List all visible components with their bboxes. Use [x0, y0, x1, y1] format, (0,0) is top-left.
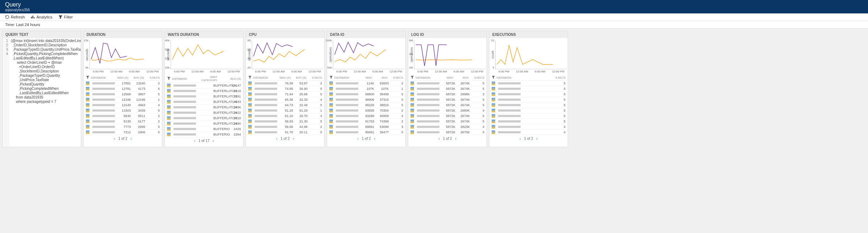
table-row[interactable]: 1150334395 [84, 108, 162, 113]
column-header[interactable]: MAX [358, 76, 372, 79]
table-row[interactable]: 56.8321.305 [246, 119, 324, 124]
column-header[interactable]: DATABASE [416, 76, 437, 79]
table-row[interactable]: 107K107K1 [327, 86, 405, 92]
table-row[interactable]: BUFFERLATCH7291 [165, 94, 243, 99]
table-row[interactable]: 17881132402 [84, 81, 162, 86]
refresh-button[interactable]: Refresh [5, 15, 25, 19]
column-filter-icon[interactable] [329, 75, 333, 80]
column-filter-icon[interactable] [410, 75, 414, 80]
table-row[interactable]: 5872K2980K4 [408, 108, 487, 113]
time-range[interactable]: Time: Last 24 hours [0, 21, 868, 29]
column-header[interactable]: MAX (S) [114, 76, 128, 79]
table-row[interactable]: 12196121961 [84, 97, 162, 103]
table-row[interactable]: 61.1028.704 [246, 113, 324, 119]
column-header[interactable]: AVG [373, 76, 387, 79]
column-header[interactable]: AVG (S) [219, 77, 241, 80]
table-row[interactable]: 1256838075 [84, 92, 162, 97]
table-row[interactable]: 93288458084 [327, 113, 405, 119]
table-row[interactable]: BUFFERIO2394 [165, 132, 243, 137]
column-header[interactable]: DATABASE [334, 76, 356, 79]
pager-prev[interactable]: ‹ [355, 137, 360, 141]
column-header[interactable]: MAX (S) [276, 76, 291, 79]
table-row[interactable]: BUFFERLATCH9218 [165, 88, 243, 94]
column-filter-icon[interactable] [492, 75, 495, 80]
table-row[interactable]: 4 [489, 124, 568, 130]
table-row[interactable]: 91793743982 [327, 119, 405, 124]
table-row[interactable]: 5872K2823K4 [408, 124, 487, 130]
column-filter-icon[interactable] [167, 76, 171, 81]
table-row[interactable]: 93595703042 [327, 108, 405, 113]
pager-prev[interactable]: ‹ [112, 137, 117, 141]
table-row[interactable]: 74.8526.905 [246, 86, 324, 92]
table-row[interactable]: 5872K2998K3 [408, 92, 487, 97]
table-row[interactable]: 5872K2675K5 [408, 130, 487, 135]
table-row[interactable]: 56.6644.962 [246, 124, 324, 130]
pager-prev[interactable]: ‹ [192, 139, 197, 143]
column-header[interactable]: AVG (S) [292, 76, 306, 79]
pager-next[interactable]: › [210, 139, 216, 143]
table-row[interactable]: 4 [489, 130, 568, 135]
table-row[interactable]: 76.5853.872 [246, 81, 324, 86]
column-header[interactable]: DATABASE [91, 76, 113, 79]
column-header[interactable]: DATABASE [253, 76, 275, 79]
chart-area[interactable]: 15k5k [89, 40, 160, 69]
table-row[interactable]: 51.7020.115 [246, 130, 324, 135]
pager-next[interactable]: › [453, 137, 458, 141]
table-row[interactable]: 5 [489, 97, 568, 103]
table-row[interactable]: 114K836532 [327, 81, 405, 86]
column-filter-icon[interactable] [86, 75, 89, 80]
column-header[interactable]: WAIT CATEGORY [195, 75, 217, 82]
table-row[interactable]: BUFFERLATCH2480 [165, 121, 243, 126]
column-header[interactable]: MAX [439, 76, 453, 79]
table-row[interactable]: 61.2961.291 [246, 108, 324, 113]
column-header[interactable]: AVG [454, 76, 468, 79]
table-row[interactable]: 65.3622.334 [246, 97, 324, 103]
table-row[interactable]: 64.7322.495 [246, 103, 324, 108]
table-row[interactable]: BUFFERIO2429 [165, 126, 243, 132]
column-header[interactable]: DATABASE [172, 77, 194, 80]
column-header[interactable]: AVG (S) [130, 76, 144, 79]
pager-next[interactable]: › [291, 137, 296, 141]
table-row[interactable]: BUFFERLATCH4833 [165, 99, 243, 105]
chart-area[interactable]: 80604020 [252, 40, 323, 69]
analytics-button[interactable]: Analytics [31, 15, 53, 19]
column-header[interactable]: EXECS [146, 76, 160, 79]
chart-area[interactable]: 40k30k20k10k [171, 40, 242, 69]
pager-prev[interactable]: ‹ [436, 137, 442, 141]
pager-prev[interactable]: ‹ [274, 137, 279, 141]
chart-area[interactable]: 6M4M2M [414, 40, 485, 69]
table-row[interactable]: 777329955 [84, 124, 162, 130]
table-row[interactable]: BUFFERLATCH2518 [165, 116, 243, 121]
table-row[interactable]: 5 [489, 103, 568, 108]
table-row[interactable]: 5872K2674K5 [408, 97, 487, 103]
table-row[interactable]: 1214949634 [84, 103, 162, 108]
filter-button[interactable]: Filter [58, 15, 73, 19]
table-row[interactable]: 5872K2674K5 [408, 119, 487, 124]
column-header[interactable]: DATABASE [497, 76, 518, 79]
table-row[interactable]: 71.9425.665 [246, 92, 324, 97]
column-header[interactable]: EXECS [470, 76, 484, 79]
table-row[interactable]: 5872K2674K5 [408, 86, 487, 92]
chart-area[interactable]: 100k50k [333, 40, 404, 69]
table-row[interactable]: BUFFERLATCH2922 [165, 110, 243, 116]
table-row[interactable]: 98906373155 [327, 97, 405, 103]
pager-prev[interactable]: ‹ [517, 137, 523, 141]
table-row[interactable]: 721229065 [84, 130, 162, 135]
pager-next[interactable]: › [372, 137, 377, 141]
table-row[interactable]: 5 [489, 108, 568, 113]
column-header[interactable]: EXECS [551, 76, 566, 79]
table-row[interactable]: 5 [489, 81, 568, 86]
table-row[interactable]: 954095112 [84, 113, 162, 119]
column-filter-icon[interactable] [248, 75, 252, 80]
pager-next[interactable]: › [534, 137, 539, 141]
table-row[interactable]: 85691364775 [327, 130, 405, 135]
table-row[interactable]: BUFFERLATCH10147 [165, 83, 243, 88]
pager-next[interactable]: › [128, 137, 134, 141]
table-row[interactable]: 5872K2674K5 [408, 81, 487, 86]
table-row[interactable]: 5 [489, 86, 568, 92]
table-row[interactable]: 89891530983 [327, 124, 405, 130]
chart-area[interactable]: 105 [495, 40, 566, 69]
table-row[interactable]: BUFFERLATCH3496 [165, 105, 243, 110]
column-header[interactable]: EXECS [389, 76, 403, 79]
table-row[interactable]: 5872K2674K5 [408, 103, 487, 108]
